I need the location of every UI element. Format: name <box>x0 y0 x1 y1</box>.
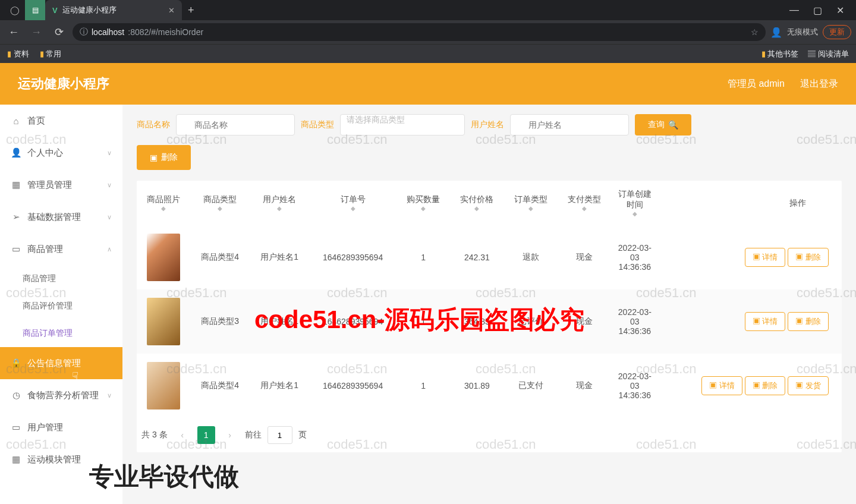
order-table: 商品照片 ◆ 商品类型◆ 用户姓名◆ 订单号◆ 购买数量◆ 实付价格◆ 订单类型… <box>137 181 842 452</box>
page-current[interactable]: 1 <box>197 426 215 444</box>
op-详情-button[interactable]: ▣ 详情 <box>701 376 742 395</box>
browser-icon[interactable]: ◯ <box>5 0 25 20</box>
sort-icon[interactable]: ◆ <box>508 205 552 212</box>
product-thumb <box>147 234 180 281</box>
maximize-icon[interactable]: ▢ <box>813 5 822 16</box>
sidebar-item-personal[interactable]: 👤个人中心∨ <box>0 137 122 169</box>
reading-list[interactable]: ▤ 阅读清单 <box>808 49 849 59</box>
sidebar-item-nutrition[interactable]: ◷食物营养分析管理∨ <box>0 379 122 411</box>
star-icon[interactable]: ☆ <box>751 27 759 37</box>
sort-icon[interactable]: ◆ <box>195 205 245 212</box>
op-删除-button[interactable]: ▣ 删除 <box>788 312 829 331</box>
cell-ordertype: 已评价 <box>503 289 557 354</box>
op-详情-button[interactable]: ▣ 详情 <box>745 312 786 331</box>
sort-icon[interactable]: ◆ <box>254 205 304 212</box>
close-window-icon[interactable]: ✕ <box>836 5 844 16</box>
logout-button[interactable]: 退出登录 <box>800 78 838 90</box>
cell-ops: ▣ 详情▣ 删除 <box>659 225 842 289</box>
cell-user: 用户姓名1 <box>250 354 309 418</box>
search-name-input[interactable] <box>176 114 295 136</box>
table-header-row: 商品照片 ◆ 商品类型◆ 用户姓名◆ 订单号◆ 购买数量◆ 实付价格◆ 订单类型… <box>137 181 842 225</box>
forward-button[interactable]: → <box>27 26 45 39</box>
cell-user: 用户姓名1 <box>250 225 309 289</box>
search-user-input[interactable] <box>510 114 629 136</box>
chevron-down-icon: ∨ <box>107 149 112 157</box>
page-next[interactable]: › <box>221 426 239 444</box>
send-icon: ➢ <box>11 212 21 222</box>
nav-bar: ← → ⟳ ⓘ localhost:8082/#/meishiOrder ☆ 👤… <box>0 20 856 44</box>
sort-icon[interactable]: ◆ <box>616 210 654 217</box>
chevron-up-icon: ∧ <box>107 245 112 253</box>
cell-ops: ▣ 详情▣ 删除 <box>659 289 842 354</box>
cell-qty: 1 <box>396 289 450 354</box>
reload-button[interactable]: ⟳ <box>50 26 68 39</box>
sidebar-item-home[interactable]: ⌂首页 <box>0 105 122 137</box>
sidebar-item-notice[interactable]: 🔒公告信息管理☟ <box>0 347 122 379</box>
search-type-select[interactable]: 请选择商品类型 <box>340 114 465 136</box>
cell-ordertype: 退款 <box>503 225 557 289</box>
sort-icon[interactable]: ◆ <box>455 205 499 212</box>
cell-type: 商品类型3 <box>190 289 250 354</box>
sidebar-item-users[interactable]: ▭用户管理 <box>0 411 122 443</box>
sort-icon[interactable]: ◆ <box>562 205 606 212</box>
bookmark-folder[interactable]: ▮ 常用 <box>40 49 62 59</box>
sidebar-sub-order-mgmt[interactable]: 商品订单管理 <box>0 320 122 347</box>
product-icon: ▭ <box>11 244 21 254</box>
cell-order: 1646289395694 <box>309 354 396 418</box>
sort-icon[interactable]: ◆ <box>141 205 185 212</box>
minimize-icon[interactable]: — <box>789 5 799 16</box>
op-删除-button[interactable]: ▣ 删除 <box>788 248 829 267</box>
search-name-label: 商品名称 <box>137 119 170 130</box>
clock-icon: ◷ <box>11 390 21 401</box>
sort-icon[interactable]: ◆ <box>314 205 392 212</box>
total-text: 共 3 条 <box>141 430 168 440</box>
sidebar-item-sport[interactable]: ▦运动模块管理 <box>0 443 122 475</box>
tab-favicon: V <box>52 6 58 15</box>
app-header: 运动健康小程序 管理员 admin 退出登录 <box>0 63 856 105</box>
cell-time: 2022-03-03 14:36:36 <box>611 354 659 418</box>
grid-icon: ▦ <box>11 179 21 190</box>
cell-paytype: 现金 <box>558 289 611 354</box>
other-bookmarks[interactable]: ▮ 其他书签 <box>761 49 799 59</box>
page-goto-input[interactable] <box>268 426 292 444</box>
op-详情-button[interactable]: ▣ 详情 <box>745 248 786 267</box>
op-发货-button[interactable]: ▣ 发货 <box>788 376 829 395</box>
cell-qty: 1 <box>396 225 450 289</box>
query-button[interactable]: 查询 🔍 <box>635 114 691 136</box>
extension-icon[interactable]: ▤ <box>25 0 45 20</box>
close-icon[interactable]: ✕ <box>168 6 175 15</box>
new-tab-button[interactable]: + <box>182 4 200 17</box>
users-icon: ▭ <box>11 422 21 433</box>
module-icon: ▦ <box>11 454 21 465</box>
tab-title: 运动健康小程序 <box>62 5 117 15</box>
chevron-down-icon: ∨ <box>107 392 112 399</box>
chevron-down-icon: ∨ <box>107 181 112 189</box>
delete-icon: ▣ <box>150 153 158 162</box>
update-button[interactable]: 更新 <box>823 25 851 39</box>
page-prev[interactable]: ‹ <box>174 426 191 444</box>
back-button[interactable]: ← <box>5 26 23 39</box>
goto-label: 前往 <box>245 430 262 440</box>
tab-bar: ◯ ▤ V 运动健康小程序 ✕ + — ▢ ✕ <box>0 0 856 20</box>
url-path: :8082/#/meishiOrder <box>128 27 203 37</box>
admin-label[interactable]: 管理员 admin <box>728 78 785 90</box>
sidebar-item-product[interactable]: ▭商品管理∧ <box>0 233 122 265</box>
browser-tab[interactable]: V 运动健康小程序 ✕ <box>45 0 182 20</box>
incognito-icon: 👤 <box>770 27 782 38</box>
url-host: localhost <box>92 27 124 37</box>
sidebar-sub-product-mgmt[interactable]: 商品管理 <box>0 265 122 292</box>
sort-icon[interactable]: ◆ <box>401 205 445 212</box>
op-删除-button[interactable]: ▣ 删除 <box>745 376 786 395</box>
batch-delete-button[interactable]: ▣ 删除 <box>137 145 191 170</box>
sidebar-item-admin[interactable]: ▦管理员管理∨ <box>0 169 122 201</box>
page-label: 页 <box>298 430 307 440</box>
cell-paytype: 现金 <box>558 225 611 289</box>
table-row: 商品类型4 用户姓名1 1646289395694 1 242.31 退款 现金… <box>137 225 842 289</box>
sidebar-item-basedata[interactable]: ➢基础数据管理∨ <box>0 201 122 233</box>
cell-order: 1646289395694 <box>309 225 396 289</box>
sidebar-sub-review-mgmt[interactable]: 商品评价管理 <box>0 292 122 320</box>
url-bar[interactable]: ⓘ localhost:8082/#/meishiOrder ☆ <box>73 23 766 41</box>
cell-ordertype: 已支付 <box>503 354 557 418</box>
cell-type: 商品类型4 <box>190 225 250 289</box>
bookmark-folder[interactable]: ▮ 资料 <box>7 49 29 59</box>
